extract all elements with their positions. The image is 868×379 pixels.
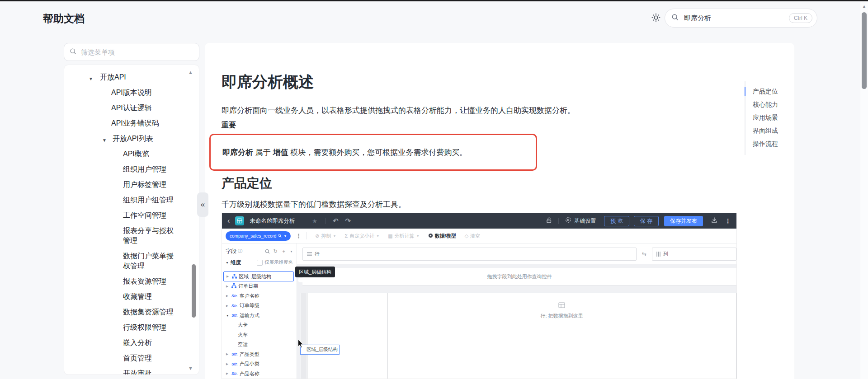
basic-settings-label[interactable]: 基础设置	[574, 217, 596, 225]
sidebar-item[interactable]: API版本说明	[64, 85, 199, 100]
field-item[interactable]: ▶Str.产品类型	[222, 350, 297, 360]
result-table-placeholder[interactable]: 行: 把数据拖到这里	[307, 293, 736, 379]
sidebar-item[interactable]: API认证逻辑	[64, 100, 199, 116]
sidebar-item-label: 组织用户组管理	[123, 196, 174, 204]
caret-right-icon[interactable]: ▶	[226, 352, 230, 356]
sidebar-item[interactable]: 组织用户管理	[64, 162, 199, 177]
caret-right-icon[interactable]: ▶	[226, 275, 230, 278]
custom-subtotal-button[interactable]: Σ自定义小计▼	[344, 233, 379, 239]
sidebar-item[interactable]: API概览	[64, 146, 199, 162]
caret-down-icon[interactable]: ▼	[226, 261, 229, 264]
caret-down-icon[interactable]: ▼	[102, 136, 107, 145]
toc-item-capability[interactable]: 核心能力	[753, 98, 802, 111]
field-value-item[interactable]: 火车	[222, 330, 297, 340]
field-item[interactable]: ▶Str.订单等级	[222, 301, 297, 311]
toc-item-interface[interactable]: 界面组成	[753, 124, 802, 137]
field-item[interactable]: ▶订单日期	[222, 281, 297, 291]
sidebar-item-open-api[interactable]: ▼开放API	[64, 70, 199, 85]
sidebar-scrollbar-thumb[interactable]	[192, 264, 196, 318]
dataset-button[interactable]: company_sales_record ▼	[226, 231, 291, 241]
toc-item-scenario[interactable]: 应用场景	[753, 111, 802, 124]
sidebar-item[interactable]: 报表资源管理	[64, 274, 199, 289]
field-item-region-hierarchy[interactable]: ▶区域_层级结构	[223, 271, 294, 281]
toc-item-workflow[interactable]: 操作流程	[753, 137, 802, 150]
undo-icon[interactable]: ↶	[333, 217, 339, 225]
sidebar-item-label: 报表资源管理	[123, 277, 166, 285]
field-value-item[interactable]: 大卡	[222, 320, 297, 330]
dataset-more-icon[interactable]: ⋮	[296, 233, 302, 239]
favorite-star-icon[interactable]: ★	[312, 218, 317, 225]
gear-icon[interactable]	[565, 217, 571, 225]
sidebar-item[interactable]: 数据门户菜单授权管理	[64, 248, 199, 274]
caret-right-icon[interactable]: ▶	[226, 304, 230, 308]
scroll-down-icon[interactable]: ▼	[188, 365, 193, 371]
global-search[interactable]: Ctrl K	[665, 9, 817, 28]
article-title: 即席分析概述	[222, 72, 314, 93]
field-item[interactable]: ▶Str.产品小类	[222, 359, 297, 369]
caret-down-icon[interactable]: ▼	[290, 250, 293, 253]
search-icon[interactable]	[265, 249, 270, 254]
field-item[interactable]: ▶Str.客户名称	[222, 291, 297, 301]
topbar-actions: 基础设置 预 览 保 存 保存并发布 ⋮	[546, 216, 731, 226]
sidebar-item[interactable]: 行级权限管理	[64, 320, 199, 335]
page-scrollbar[interactable]: ▲	[860, 1, 868, 379]
theme-toggle-button[interactable]	[650, 13, 662, 24]
scroll-up-icon[interactable]: ▲	[860, 4, 868, 9]
sidebar-item[interactable]: 开放审批	[64, 366, 199, 375]
sidebar-item[interactable]: API业务错误码	[64, 116, 199, 131]
row-dropzone-message: 行: 把数据拖到这里	[387, 302, 736, 319]
sidebar-item[interactable]: 首页管理	[64, 351, 199, 366]
caret-down-icon[interactable]: ▼	[89, 74, 93, 84]
columns-shelf[interactable]: 列	[652, 248, 736, 261]
eraser-icon: ◇	[465, 233, 468, 239]
caret-right-icon[interactable]: ▶	[226, 285, 230, 288]
refresh-icon[interactable]: ↻	[274, 248, 278, 254]
back-icon[interactable]: ‹	[227, 217, 230, 225]
download-icon[interactable]	[711, 217, 717, 225]
unlock-icon[interactable]	[546, 217, 552, 225]
analysis-calc-button[interactable]: ▦分析计算▼	[388, 233, 419, 239]
sidebar-item-label: API版本说明	[111, 89, 152, 96]
add-field-icon[interactable]: ＋	[281, 248, 286, 255]
caret-right-icon[interactable]: ▶	[226, 372, 230, 375]
swap-axes-icon[interactable]: ⇆	[642, 251, 646, 257]
field-item[interactable]: ▶Str.产品名称	[222, 369, 297, 379]
sidebar-collapse-handle[interactable]: «	[197, 192, 208, 217]
sidebar-item-open-api-list[interactable]: ▼开放API列表	[64, 131, 199, 146]
string-type-icon: Str.	[231, 352, 238, 356]
data-model-button[interactable]: 数据/模型	[428, 233, 456, 239]
rows-shelf[interactable]: 行	[302, 248, 637, 261]
sidebar-item[interactable]: 用户标签管理	[64, 177, 199, 192]
sidebar-item-label: 报表分享与授权管理	[123, 227, 174, 244]
sidebar-item[interactable]: 嵌入分析	[64, 335, 199, 351]
caret-down-icon[interactable]: ▼	[226, 314, 230, 317]
more-menu-icon[interactable]: ⋮	[725, 217, 731, 225]
clear-button[interactable]: ◇清空	[465, 233, 480, 239]
redo-icon[interactable]: ↷	[345, 217, 351, 225]
query-control-dropzone[interactable]: 拖拽字段到此处用作查询控件	[302, 268, 736, 285]
sidebar-item[interactable]: 数据集资源管理	[64, 304, 199, 320]
sidebar-item[interactable]: 收藏管理	[64, 289, 199, 304]
toc-item-product[interactable]: 产品定位	[753, 85, 802, 98]
field-value-item[interactable]: 空运	[222, 340, 297, 350]
sidebar-item[interactable]: 组织用户组管理	[64, 192, 199, 208]
dimension-name-only-toggle[interactable]: 仅展示维度名	[257, 259, 293, 266]
sidebar-item[interactable]: 工作空间管理	[64, 208, 199, 223]
caret-right-icon[interactable]: ▶	[226, 362, 230, 366]
dimension-label: 维度	[231, 259, 241, 266]
preview-button[interactable]: 预 览	[604, 216, 629, 226]
sidebar-item[interactable]: 报表分享与授权管理	[64, 223, 199, 248]
purchase-notice-box: 即席分析 属于 增值 模块，需要额外购买，您可根据业务需求付费购买。	[209, 134, 537, 171]
checkbox[interactable]	[257, 260, 263, 266]
search-icon	[70, 48, 76, 56]
page-scrollbar-thumb[interactable]	[862, 12, 867, 89]
save-button[interactable]: 保 存	[634, 216, 659, 226]
menu-filter[interactable]	[64, 43, 199, 61]
field-item-expanded[interactable]: ▼Str.运输方式	[222, 311, 297, 321]
caret-right-icon[interactable]: ▶	[226, 294, 230, 298]
menu-filter-input[interactable]	[80, 48, 193, 56]
suppress-button[interactable]: ⊘抑制▼	[315, 233, 336, 239]
save-publish-button[interactable]: 保存并发布	[664, 216, 703, 226]
search-input[interactable]	[683, 14, 789, 23]
sidebar-item-label: 行级权限管理	[123, 323, 166, 331]
